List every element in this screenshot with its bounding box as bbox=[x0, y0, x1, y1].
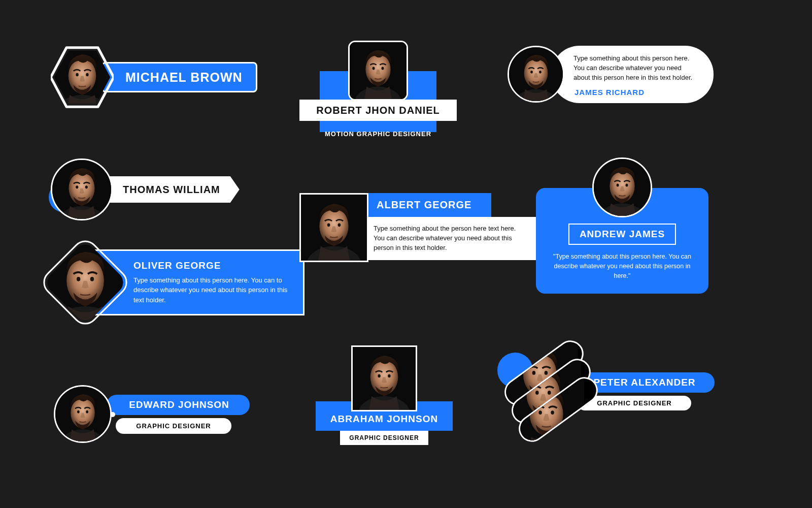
portrait-icon bbox=[509, 47, 563, 101]
portrait-icon bbox=[350, 42, 407, 99]
card-andrew-james: ANDREW JAMES "Type something about this … bbox=[536, 157, 708, 294]
portrait-icon bbox=[55, 387, 110, 441]
name-bar: ALBERT GEORGE bbox=[364, 193, 491, 217]
name-text: ANDREW JAMES bbox=[568, 224, 676, 245]
description-box: Type something about this person here. Y… bbox=[551, 46, 714, 103]
card-thomas-william: THOMAS WILLIAM bbox=[51, 158, 240, 220]
card-peter-alexander: PETER ALEXANDER GRAPHIC DESIGNER bbox=[509, 356, 715, 427]
avatar-square bbox=[351, 345, 417, 411]
description-box: Type something about the person here tex… bbox=[364, 217, 537, 260]
name-text: OLIVER GEORGE bbox=[133, 260, 289, 271]
name-text: JAMES RICHARD bbox=[574, 88, 645, 97]
description-text: Type something about this person here. Y… bbox=[573, 54, 699, 83]
portrait-icon bbox=[43, 240, 128, 325]
avatar-circle bbox=[54, 385, 112, 443]
avatar-pills bbox=[509, 356, 580, 427]
avatar-circle bbox=[51, 158, 113, 220]
avatar-square bbox=[299, 193, 368, 262]
avatar-circle bbox=[592, 157, 652, 217]
quote-text: "Type something about this person here. … bbox=[550, 252, 694, 280]
name-bar: EDWARD JOHNSON bbox=[107, 395, 250, 415]
card-edward-johnson: EDWARD JOHNSON GRAPHIC DESIGNER bbox=[54, 385, 250, 443]
subtitle-bar: GRAPHIC DESIGNER bbox=[116, 418, 231, 434]
description-text: Type something about this person here. Y… bbox=[133, 275, 289, 305]
name-bar: MICHAEL BROWN bbox=[101, 62, 257, 92]
card-robert-daniel: ROBERT JHON DANIEL MOTION GRAPHIC DESIGN… bbox=[299, 41, 457, 138]
card-albert-george: ALBERT GEORGE Type something about the p… bbox=[299, 193, 537, 262]
portrait-icon bbox=[353, 347, 416, 410]
card-abraham-johnson: ABRAHAM JOHNSON GRAPHIC DESIGNER bbox=[316, 345, 453, 445]
avatar-square bbox=[348, 41, 408, 101]
name-bar: THOMAS WILLIAM bbox=[106, 176, 240, 203]
card-james-richard: Type something about this person here. Y… bbox=[507, 46, 714, 103]
avatar-hexagon bbox=[51, 46, 114, 109]
subtitle: MOTION GRAPHIC DESIGNER bbox=[325, 130, 431, 138]
portrait-icon bbox=[52, 160, 111, 219]
avatar-diamond bbox=[52, 249, 119, 316]
avatar-circle bbox=[507, 46, 564, 103]
name-bar: ROBERT JHON DANIEL bbox=[299, 100, 457, 121]
portrait-icon bbox=[594, 159, 651, 216]
portrait-icon bbox=[301, 195, 367, 261]
subtitle-bar: GRAPHIC DESIGNER bbox=[340, 431, 428, 445]
card-oliver-george: OLIVER GEORGE Type something about this … bbox=[52, 249, 304, 316]
card-michael-brown: MICHAEL BROWN bbox=[51, 46, 257, 109]
